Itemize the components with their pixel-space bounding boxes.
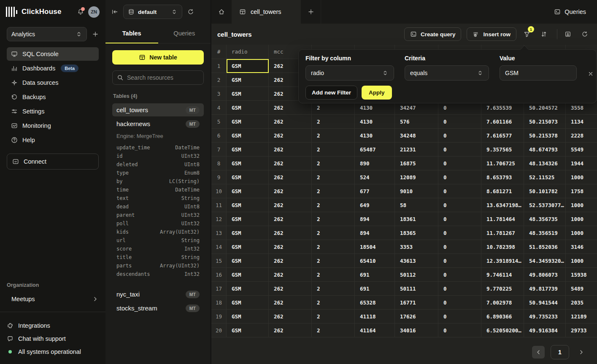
table-cell[interactable]: 649 (355, 198, 395, 212)
table-cell[interactable]: 1000 (566, 212, 597, 226)
table-cell[interactable]: 13.6347198… (481, 198, 524, 212)
sidebar-item-data-sources[interactable]: Data sources (7, 76, 99, 89)
table-cell[interactable]: GSM (227, 115, 269, 129)
table-cell[interactable]: 4130 (355, 115, 395, 129)
table-cell[interactable]: 3146 (566, 240, 597, 254)
table-cell[interactable]: 2 (312, 184, 355, 198)
table-cell[interactable]: 9010 (395, 184, 438, 198)
table-cell[interactable]: 50.215073 (524, 115, 566, 129)
table-cell[interactable]: 17626 (395, 310, 438, 324)
table-cell[interactable]: GSM (227, 254, 269, 268)
table-cell[interactable]: 262 (269, 296, 312, 310)
table-list-item-stocks_stream[interactable]: stocks_streamMT (112, 302, 204, 315)
table-cell[interactable]: 16771 (395, 296, 438, 310)
tab-cell-towers[interactable]: cell_towers (232, 0, 301, 24)
table-cell[interactable]: 6.52050200… (481, 324, 524, 337)
table-list-item-nyc_taxi[interactable]: nyc_taxiMT (112, 288, 204, 301)
sidebar-item-dashboards[interactable]: DashboardsBeta (7, 62, 99, 75)
table-cell[interactable]: 50112 (395, 268, 438, 282)
table-cell[interactable]: 2 (312, 324, 355, 337)
table-cell[interactable]: 6.890366 (481, 310, 524, 324)
table-cell[interactable]: 2 (312, 310, 355, 324)
table-cell[interactable]: 1000 (566, 226, 597, 240)
database-select[interactable]: default (123, 5, 182, 19)
table-cell[interactable]: GSM (227, 296, 269, 310)
table-cell[interactable]: 50111 (395, 282, 438, 296)
table-cell[interactable]: 18361 (395, 212, 438, 226)
table-cell[interactable]: 2 (312, 115, 355, 129)
table-cell[interactable]: 7.002978 (481, 296, 524, 310)
table-cell[interactable]: 0 (438, 115, 481, 129)
collapse-panel-icon[interactable] (111, 8, 118, 15)
table-cell[interactable]: 262 (269, 268, 312, 282)
table-cell[interactable]: 894 (355, 212, 395, 226)
sidebar-item-integrations[interactable]: Integrations (0, 319, 105, 332)
remove-filter-button[interactable] (587, 68, 594, 79)
table-cell[interactable]: 262 (269, 226, 312, 240)
pagination-next-button[interactable] (575, 346, 588, 359)
filter-value-input[interactable] (500, 65, 577, 81)
table-cell[interactable]: 16875 (395, 156, 438, 170)
connect-button[interactable]: Connect (7, 154, 99, 170)
filter-button[interactable]: 1 (521, 28, 533, 40)
search-resources-box[interactable] (112, 70, 204, 85)
table-cell[interactable]: 4130 (355, 129, 395, 143)
table-cell[interactable]: 48.356735 (524, 212, 566, 226)
table-cell[interactable]: 262 (269, 184, 312, 198)
table-cell[interactable]: 2 (312, 282, 355, 296)
table-cell[interactable]: 2 (312, 240, 355, 254)
table-cell[interactable]: 18504 (355, 240, 395, 254)
table-cell[interactable]: 1000 (566, 170, 597, 184)
table-cell[interactable]: 9.770225 (481, 282, 524, 296)
new-tab-button[interactable] (301, 0, 321, 24)
table-cell[interactable]: 0 (438, 310, 481, 324)
add-service-button[interactable] (92, 31, 99, 38)
queries-button[interactable]: Queries (554, 8, 586, 15)
table-cell[interactable]: 34248 (395, 129, 438, 143)
table-cell[interactable]: 0 (438, 143, 481, 156)
table-cell[interactable]: 2 (312, 156, 355, 170)
table-cell[interactable]: 262 (269, 198, 312, 212)
tab-tables[interactable]: Tables (105, 24, 158, 43)
table-cell[interactable]: 2 (312, 226, 355, 240)
table-cell[interactable]: 262 (269, 212, 312, 226)
sidebar-item-system-status[interactable]: All systems operational (0, 345, 105, 358)
insert-row-button[interactable]: Insert row (467, 27, 516, 41)
add-new-filter-button[interactable]: Add new Filter (305, 86, 357, 100)
table-cell[interactable]: 9.357565 (481, 143, 524, 156)
table-cell[interactable]: 576 (395, 115, 438, 129)
pagination-prev-button[interactable] (532, 346, 545, 359)
table-cell[interactable]: 8.681271 (481, 184, 524, 198)
filter-criteria-select[interactable]: equals (405, 65, 489, 81)
table-cell[interactable]: GSM (227, 129, 269, 143)
table-cell[interactable]: GSM (227, 240, 269, 254)
column-header[interactable]: radio (227, 45, 269, 59)
table-cell[interactable]: 58 (395, 198, 438, 212)
refresh-resources-icon[interactable] (187, 8, 194, 15)
sort-button[interactable] (538, 28, 550, 40)
table-cell[interactable]: 691 (355, 282, 395, 296)
table-cell[interactable]: 29733 (566, 324, 597, 337)
table-cell[interactable]: 0 (438, 156, 481, 170)
table-cell[interactable]: 65328 (355, 296, 395, 310)
table-cell[interactable]: 49.806073 (524, 268, 566, 282)
table-cell[interactable]: 48.674793 (524, 143, 566, 156)
tab-queries[interactable]: Queries (158, 24, 211, 43)
table-cell[interactable]: 41164 (355, 324, 395, 337)
table-cell[interactable]: 0 (438, 282, 481, 296)
table-list-item-cell_towers[interactable]: cell_towersMT (112, 103, 204, 116)
table-cell[interactable]: 18365 (395, 226, 438, 240)
table-cell[interactable]: 0 (438, 198, 481, 212)
table-cell[interactable]: 894 (355, 226, 395, 240)
table-cell[interactable]: 0 (438, 240, 481, 254)
table-cell[interactable]: 5549 (566, 143, 597, 156)
table-cell[interactable]: 0 (438, 170, 481, 184)
table-cell[interactable]: 52.5373077… (524, 198, 566, 212)
table-cell[interactable]: 1758 (566, 184, 597, 198)
workspace-select[interactable]: Analytics (7, 27, 87, 41)
table-cell[interactable]: 11.781267 (481, 226, 524, 240)
table-cell[interactable]: 1000 (566, 254, 597, 268)
table-cell[interactable]: 1000 (566, 198, 597, 212)
avatar[interactable]: ZN (88, 6, 100, 18)
table-cell[interactable]: 65487 (355, 143, 395, 156)
